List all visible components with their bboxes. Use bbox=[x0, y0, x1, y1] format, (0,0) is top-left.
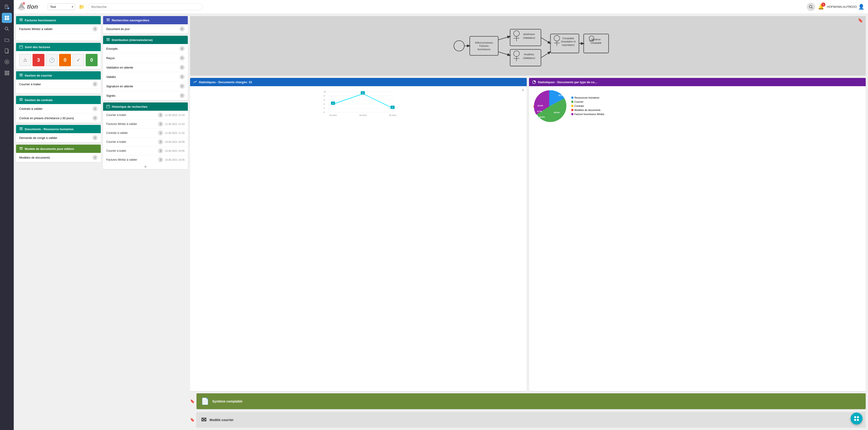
search-input[interactable] bbox=[91, 5, 200, 9]
hist-row-2-badge: 1 bbox=[158, 131, 163, 136]
sidebar-item-doc[interactable] bbox=[2, 46, 12, 56]
hist-row-1[interactable]: Factures Winbiz à valider311.06.2021 11:… bbox=[103, 120, 188, 128]
dist-row-5[interactable]: Signés0 bbox=[103, 91, 188, 100]
hist-row-0-date: 11.06.2021 11:43 bbox=[165, 114, 185, 116]
svg-line-29 bbox=[812, 7, 813, 8]
logo-text: tlon bbox=[27, 3, 38, 10]
sidebar-item-search[interactable] bbox=[2, 24, 12, 34]
sidebar-item-add[interactable] bbox=[2, 57, 12, 67]
recherches-row-0[interactable]: Document du jour 0 bbox=[103, 24, 188, 33]
sidebar bbox=[0, 0, 14, 430]
factures-row-0[interactable]: Factures Winbiz à valider 3 bbox=[16, 24, 101, 34]
courrier-link-label: Modèle courrier bbox=[210, 418, 234, 422]
modele-header: Modèle de documents pour édition bbox=[16, 145, 101, 153]
svg-point-28 bbox=[809, 5, 812, 8]
quicklink-0-wrapper: 🔖 📄 Système comptable bbox=[190, 393, 866, 409]
dist-row-4[interactable]: Signature en attente0 bbox=[103, 82, 188, 91]
rh-row-0[interactable]: Demande de congé à valider 0 bbox=[16, 133, 101, 142]
comptable-icon: 📄 bbox=[201, 397, 209, 405]
svg-text:ahofmann: ahofmann bbox=[523, 33, 535, 35]
courrier-header: Gestion de courrier bbox=[16, 71, 101, 80]
svg-text:8: 8 bbox=[323, 95, 325, 97]
folder-icon: 📁 bbox=[79, 4, 85, 10]
legend-label-courrier: Courrier bbox=[575, 101, 584, 103]
hist-scroll-indicator[interactable] bbox=[144, 166, 147, 168]
svg-rect-126 bbox=[857, 419, 859, 421]
hist-row-5[interactable]: Factures Winbiz à valider310.06.2021 10:… bbox=[103, 155, 188, 164]
svg-rect-31 bbox=[20, 20, 23, 20]
hist-row-1-label: Factures Winbiz à valider bbox=[106, 122, 156, 125]
svg-line-79 bbox=[541, 37, 550, 44]
dist-row-2-badge: 0 bbox=[180, 65, 185, 70]
suivi-green-count: 0 bbox=[86, 54, 98, 66]
sidebar-item-grid[interactable] bbox=[2, 68, 12, 78]
stats-chart-header: Statistiques - Documents chargés: 15 bbox=[190, 78, 527, 86]
hist-row-4-date: 10.06.2021 10:05 bbox=[165, 149, 185, 152]
svg-text:05.2021: 05.2021 bbox=[359, 114, 367, 116]
svg-rect-6 bbox=[5, 16, 7, 18]
hist-row-4[interactable]: Courrier à traiter510.06.2021 10:05 bbox=[103, 146, 188, 155]
legend-modeles: Modèles de documents bbox=[571, 109, 604, 111]
svg-text:2: 2 bbox=[323, 107, 325, 109]
historique-header: Historique de recherches bbox=[103, 103, 188, 111]
svg-text:40.0%: 40.0% bbox=[554, 111, 560, 114]
svg-rect-51 bbox=[106, 21, 110, 21]
dist-row-4-badge: 0 bbox=[180, 84, 185, 89]
legend-dot-modeles bbox=[571, 109, 574, 111]
svg-text:13.3%: 13.3% bbox=[537, 105, 543, 107]
contrats-row-0[interactable]: Contrats à valider 1 bbox=[16, 104, 101, 113]
dist-row-4-label: Signature en attente bbox=[106, 85, 133, 88]
chart-menu-icon[interactable]: ≡ bbox=[522, 88, 524, 92]
dist-row-5-label: Signés bbox=[106, 94, 116, 97]
search-box[interactable] bbox=[88, 3, 203, 10]
hist-row-2-date: 11.06.2021 11:42 bbox=[165, 132, 185, 134]
svg-rect-7 bbox=[7, 16, 9, 18]
recherches-title: Recherches sauvegardées bbox=[112, 19, 149, 22]
sidebar-item-dashboard[interactable] bbox=[2, 13, 12, 23]
modele-row-0[interactable]: Modèles de documents 1 bbox=[16, 153, 101, 162]
fab-button[interactable] bbox=[850, 412, 863, 425]
sidebar-item-new[interactable] bbox=[2, 2, 12, 12]
filter-dropdown[interactable]: Tout bbox=[48, 3, 75, 10]
svg-text:10: 10 bbox=[323, 90, 326, 93]
user-menu[interactable]: HOFMANN,ALFREDO 👤 bbox=[827, 4, 864, 10]
svg-rect-81 bbox=[550, 34, 579, 53]
courrier-row-0[interactable]: Courrier à traiter 5 bbox=[16, 80, 101, 89]
hist-row-3[interactable]: Courrier à traiter510.06.2021 10:09 bbox=[103, 138, 188, 146]
svg-text:exportation): exportation) bbox=[562, 44, 575, 46]
hist-row-3-label: Courrier à traiter bbox=[106, 140, 156, 143]
pie-chart-title: Statistiques - Documents par type de co.… bbox=[538, 81, 597, 84]
legend-label-contrats: Contrats bbox=[575, 105, 584, 107]
svg-rect-18 bbox=[8, 71, 9, 72]
sidebar-item-folder[interactable] bbox=[2, 35, 12, 45]
dist-row-3[interactable]: Validés0 bbox=[103, 72, 188, 82]
quick-link-courrier[interactable]: ✉ Modèle courrier bbox=[196, 412, 866, 428]
notifications-button[interactable]: 🔔 2 bbox=[818, 4, 824, 10]
filter-dropdown-wrapper[interactable]: Tout ▾ bbox=[48, 3, 75, 10]
dist-row-0[interactable]: Envoyés0 bbox=[103, 44, 188, 53]
dist-row-1[interactable]: Reçus0 bbox=[103, 53, 188, 63]
svg-rect-41 bbox=[20, 99, 23, 100]
factures-fournisseurs-title: Factures fournisseurs bbox=[25, 19, 56, 22]
stats-row: Statistiques - Documents chargés: 15 ≡ 1… bbox=[190, 78, 866, 391]
legend-label-rh: Ressources humaines bbox=[575, 96, 599, 99]
dist-row-2[interactable]: Validation en attente0 bbox=[103, 63, 188, 72]
suivi-red-count: 3 bbox=[33, 54, 44, 66]
svg-line-66 bbox=[498, 52, 510, 55]
quick-link-comptable[interactable]: 📄 Système comptable bbox=[196, 393, 866, 409]
search-button[interactable] bbox=[807, 3, 815, 11]
distribution-rows: Envoyés0Reçus0Validation en attente0Vali… bbox=[103, 44, 188, 100]
hist-row-5-label: Factures Winbiz à valider bbox=[106, 158, 156, 161]
hist-row-3-badge: 5 bbox=[158, 139, 163, 144]
pie-chart-content: 20.0% 40.0% 13.3% 6.7% 20.0% Ressources … bbox=[529, 86, 866, 126]
svg-rect-52 bbox=[106, 38, 110, 39]
bookmark-icon[interactable]: 🔖 bbox=[858, 18, 863, 23]
hist-row-2[interactable]: Contrats à valider111.06.2021 11:42 bbox=[103, 128, 188, 138]
hist-row-0-label: Courrier à traiter bbox=[106, 113, 156, 117]
svg-rect-42 bbox=[20, 101, 23, 101]
distribution-title: Distribution (interne/externe) bbox=[112, 38, 153, 42]
hist-row-0[interactable]: Courrier à traiter511.06.2021 11:43 bbox=[103, 111, 188, 120]
svg-rect-124 bbox=[857, 416, 859, 418]
contrats-row-1[interactable]: Contrat en préavis d'échéance (-30 jours… bbox=[16, 113, 101, 123]
svg-text:(Validateur): (Validateur) bbox=[523, 57, 535, 59]
